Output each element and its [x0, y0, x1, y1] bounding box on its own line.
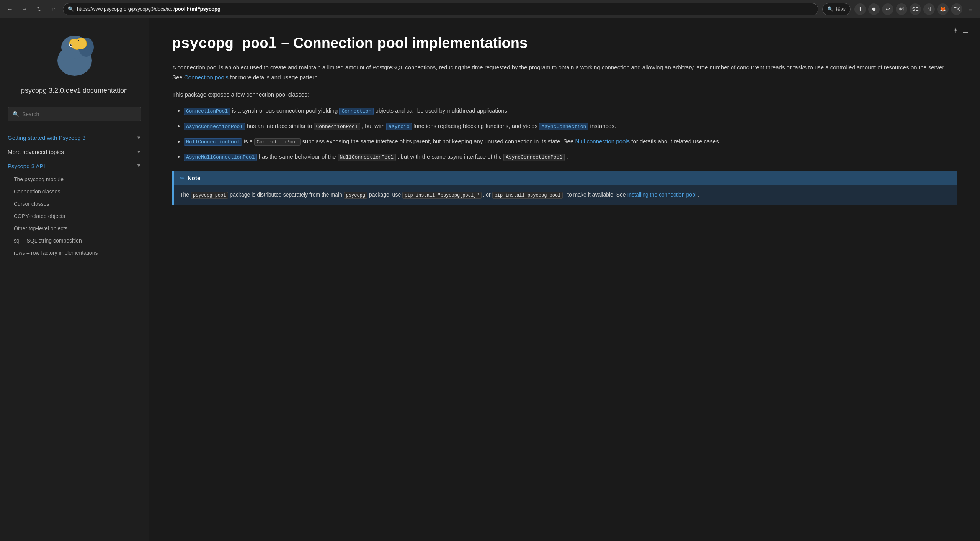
brightness-icon[interactable]: ☀: [952, 26, 959, 34]
note-code-2: psycopg: [344, 192, 368, 199]
pencil-icon: ✏: [180, 175, 185, 181]
install-link[interactable]: Installing the connection pool: [627, 192, 696, 198]
note-text-end: .: [698, 192, 699, 198]
reload-button[interactable]: ↻: [34, 4, 44, 15]
browser-bar: ← → ↻ ⌂ 🔍 https://www.psycopg.org/psycop…: [0, 0, 980, 18]
search-placeholder: Search: [22, 111, 39, 117]
note-code-3: pip install "psycopg[pool]": [402, 192, 481, 199]
bullet-2-text3: functions replacing blocking functions, …: [413, 123, 539, 129]
sidebar-item-rows[interactable]: rows – row factory implementations: [0, 247, 149, 259]
browser-actions: ⬇ ⏺ ↩ Ⓜ SE N 🦊 TX ≡: [854, 3, 975, 15]
bullet-3-text1: is a: [244, 138, 255, 144]
note-box: ✏ Note The psycopg_pool package is distr…: [172, 171, 957, 205]
page-title: psycopg_pool – Connection pool implement…: [172, 34, 957, 53]
intro-text-end: for more details and usage pattern.: [230, 74, 319, 80]
main-content: ☀ ☰ psycopg_pool – Connection pool imple…: [149, 18, 980, 541]
connection-pool-code: ConnectionPool: [184, 108, 230, 115]
back-button[interactable]: ←: [5, 4, 15, 15]
nav-sub-label: Cursor classes: [14, 201, 49, 207]
sidebar-search[interactable]: 🔍 Search: [8, 107, 141, 121]
bullet-4-text1: has the same behaviour of the: [259, 153, 338, 160]
sidebar-item-copy-objects[interactable]: COPY-related objects: [0, 210, 149, 222]
extension-btn1[interactable]: Ⓜ: [896, 3, 907, 15]
record-btn[interactable]: ⏺: [868, 3, 880, 15]
null-connection-pools-link[interactable]: Null connection pools: [575, 138, 630, 144]
list-item-null-connection-pool: NullConnectionPool is a ConnectionPool s…: [184, 136, 957, 146]
sidebar-item-cursor-classes[interactable]: Cursor classes: [0, 198, 149, 210]
sidebar-item-psycopg-api[interactable]: Psycopg 3 API ▲: [0, 159, 149, 173]
note-text-3: , or: [483, 192, 492, 198]
sidebar-item-top-level-objects[interactable]: Other top-level objects: [0, 222, 149, 234]
null-connection-pool-inline: NullConnectionPool: [338, 154, 396, 161]
page-title-code: psycopg_pool: [172, 36, 277, 52]
page-container: psycopg 3.2.0.dev1 documentation 🔍 Searc…: [0, 18, 980, 541]
bullet-3-text3: for details about related use cases.: [631, 138, 720, 144]
note-code-4: pip install psycopg_pool: [492, 192, 563, 199]
bullet-4-text3: .: [566, 153, 568, 160]
extension-btn4[interactable]: 🦊: [937, 3, 949, 15]
bullet-2-text2: , but with: [362, 123, 386, 129]
intro-paragraph: A connection pool is an object used to c…: [172, 62, 957, 82]
extension-btn3[interactable]: N: [923, 3, 935, 15]
extension-btn2[interactable]: SE: [910, 3, 921, 15]
nav-item-label: More advanced topics: [8, 149, 64, 155]
browser-search-label: 搜索: [836, 6, 846, 13]
connection-pool-inline2: ConnectionPool: [254, 138, 301, 146]
sidebar-item-psycopg-module[interactable]: The psycopg module: [0, 173, 149, 185]
sidebar-item-advanced-topics[interactable]: More advanced topics ▼: [0, 145, 149, 159]
note-code-1: psycopg_pool: [191, 192, 228, 199]
connection-pools-link[interactable]: Connection pools: [184, 74, 229, 80]
bullet-2-text1: has an interface similar to: [247, 123, 314, 129]
bullet-4-text2: , but with the same async interface of t…: [397, 153, 503, 160]
svg-point-5: [78, 40, 79, 41]
exposes-paragraph: This package exposes a few connection po…: [172, 90, 957, 100]
note-text-1: package is distributed separately from t…: [230, 192, 343, 198]
download-btn[interactable]: ⬇: [854, 3, 866, 15]
sidebar: psycopg 3.2.0.dev1 documentation 🔍 Searc…: [0, 18, 149, 541]
svg-point-4: [70, 44, 72, 46]
sidebar-title: psycopg 3.2.0.dev1 documentation: [21, 86, 128, 95]
nav-sub-label: sql – SQL string composition: [14, 238, 82, 244]
forward-button[interactable]: →: [19, 4, 30, 15]
search-icon: 🔍: [13, 111, 19, 117]
bullet-3-text2: subclass exposing the same interface of …: [302, 138, 575, 144]
list-item-async-connection-pool: AsyncConnectionPool has an interface sim…: [184, 121, 957, 131]
connection-pool-inline: ConnectionPool: [314, 123, 360, 130]
note-title: Note: [188, 175, 200, 181]
nav-item-label: Psycopg 3 API: [8, 163, 45, 169]
note-text-4: , to make it available. See: [564, 192, 627, 198]
asyncio-code: asyncio: [386, 123, 412, 130]
nav-sub-label: Connection classes: [14, 189, 60, 195]
nav-sub-label: COPY-related objects: [14, 213, 65, 219]
nav-sub-label: Other top-level objects: [14, 225, 67, 231]
chevron-right-icon: ▼: [136, 149, 141, 155]
sidebar-item-connection-classes[interactable]: Connection classes: [0, 185, 149, 198]
async-null-connection-pool-code: AsyncNullConnectionPool: [184, 154, 257, 161]
async-connection-code: AsyncConnection: [539, 123, 588, 130]
null-connection-pool-code: NullConnectionPool: [184, 138, 242, 146]
sidebar-item-sql-composition[interactable]: sql – SQL string composition: [0, 234, 149, 247]
sidebar-navigation: Getting started with Psycopg 3 ▼ More ad…: [0, 129, 149, 261]
async-connection-pool-inline: AsyncConnectionPool: [503, 154, 565, 161]
search-icon: 🔍: [827, 6, 833, 12]
nav-sub-label: The psycopg module: [14, 176, 64, 182]
bullet-1-text2: objects and can be used by multithread a…: [376, 107, 509, 114]
bullet-2-text4: instances.: [590, 123, 616, 129]
address-bar[interactable]: 🔍 https://www.psycopg.org/psycopg3/docs/…: [63, 3, 818, 15]
search-icon: 🔍: [68, 6, 74, 12]
back-alt-btn[interactable]: ↩: [882, 3, 893, 15]
pool-classes-list: ConnectionPool is a synchronous connecti…: [184, 106, 957, 162]
list-item-connection-pool: ConnectionPool is a synchronous connecti…: [184, 106, 957, 116]
content-toolbar: ☀ ☰: [952, 26, 969, 34]
connection-code: Connection: [339, 108, 374, 115]
nav-sub-label: rows – row factory implementations: [14, 250, 98, 256]
extension-btn5[interactable]: TX: [951, 3, 962, 15]
menu-button[interactable]: ≡: [965, 4, 975, 15]
menu-icon[interactable]: ☰: [962, 26, 969, 34]
nav-item-label: Getting started with Psycopg 3: [8, 134, 85, 141]
note-text-start: The: [180, 192, 191, 198]
home-button[interactable]: ⌂: [48, 4, 59, 15]
sidebar-item-getting-started[interactable]: Getting started with Psycopg 3 ▼: [0, 131, 149, 145]
note-header: ✏ Note: [174, 171, 957, 185]
browser-search-box[interactable]: 🔍 搜索: [822, 3, 851, 15]
